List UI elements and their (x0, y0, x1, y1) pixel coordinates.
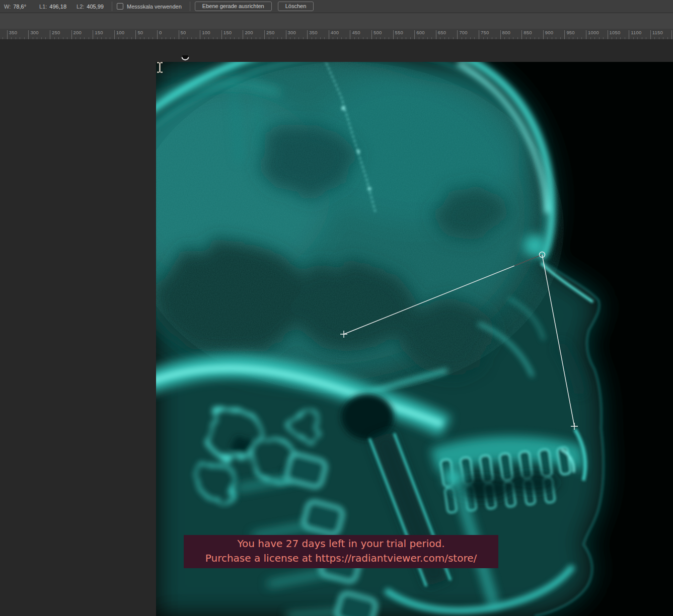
ruler-tick-major (7, 30, 8, 39)
ruler-tick-major (286, 30, 286, 39)
length2-readout: L2: 405,99 (77, 4, 104, 10)
divider (190, 2, 190, 11)
length1-readout: L1: 496,18 (39, 4, 66, 10)
use-measurement-scale-option[interactable]: Messskala verwenden (117, 3, 182, 10)
length2-label: L2: (77, 4, 84, 10)
straighten-layer-button[interactable]: Ebene gerade ausrichten (195, 2, 272, 11)
cutoff-text-fragment (180, 55, 190, 62)
ruler-tick-label: 800 (502, 30, 510, 35)
length1-value: 496,18 (49, 4, 66, 10)
ruler-tick-label: 550 (395, 30, 403, 35)
canvas-area[interactable]: You have 27 days left in your trial peri… (0, 39, 673, 616)
text-ibeam-cursor (156, 62, 164, 73)
ruler-tick-label: 1000 (588, 30, 599, 35)
xray-document[interactable]: You have 27 days left in your trial peri… (156, 62, 673, 616)
ruler-tick-major (307, 30, 308, 39)
ruler-tick-major (414, 30, 415, 39)
toolbar-spacer-band (0, 13, 673, 29)
ruler-tick-label: 50 (181, 30, 186, 35)
ruler-tick-major (71, 30, 72, 39)
angle-label: W: (4, 4, 11, 10)
ruler-tick-label: 1150 (652, 30, 663, 35)
ruler-tick-label: 950 (566, 30, 574, 35)
use-measurement-scale-label: Messskala verwenden (127, 4, 182, 10)
ruler-tick-major (371, 30, 372, 39)
ruler-tick-major (264, 30, 265, 39)
ruler-tick-label: 150 (223, 30, 232, 35)
ruler-tick-label: 700 (459, 30, 467, 35)
trial-banner-line1: You have 27 days left in your trial peri… (184, 536, 498, 551)
ruler-tick-label: 900 (545, 30, 553, 35)
ruler-tick-label: 350 (309, 30, 317, 35)
ruler[interactable]: 3503002502001501005005010015020025030035… (0, 29, 673, 40)
ruler-tick-major (586, 30, 586, 39)
photoshop-window: W: 78,6° L1: 496,18 L2: 405,99 Messskala… (0, 0, 673, 616)
ruler-tick-label: 0 (159, 30, 162, 35)
divider (112, 2, 112, 11)
ruler-tick-label: 300 (30, 30, 38, 35)
ruler-tick-major (543, 30, 544, 39)
ruler-tick-label: 100 (116, 30, 124, 35)
ruler-tick-label: 50 (137, 30, 143, 35)
ruler-tick-label: 300 (288, 30, 296, 35)
ruler-tick-label: 750 (481, 30, 489, 35)
ruler-tick-major (457, 30, 458, 39)
ruler-tick-label: 1100 (631, 30, 641, 35)
ruler-tick-major (50, 30, 50, 39)
length2-value: 405,99 (87, 4, 104, 10)
ruler-tick-major (135, 30, 136, 39)
trial-banner-line2: Purchase a license at https://radiantvie… (184, 551, 498, 566)
ruler-tick-label: 200 (73, 30, 82, 35)
ruler-tick-major (479, 30, 479, 39)
ruler-tick-major (243, 30, 243, 39)
ruler-tool-options-bar: W: 78,6° L1: 496,18 L2: 405,99 Messskala… (0, 0, 673, 13)
ruler-tick-major (114, 30, 115, 39)
checkbox-unchecked-icon[interactable] (117, 3, 123, 10)
xray-image (156, 62, 673, 616)
ruler-tick-major (221, 30, 222, 39)
ruler-tick-label: 850 (524, 30, 532, 35)
length1-label: L1: (39, 4, 47, 10)
ruler-tick-label: 600 (416, 30, 424, 35)
ruler-tick-label: 250 (52, 30, 60, 35)
ruler-tick-label: 1050 (610, 30, 621, 35)
ruler-tick-major (521, 30, 522, 39)
angle-readout: W: 78,6° (4, 4, 26, 10)
ruler-tick-label: 200 (245, 30, 253, 35)
ruler-tick-label: 450 (352, 30, 360, 35)
ruler-tick-major (608, 30, 608, 39)
ruler-tick-label: 350 (9, 30, 17, 35)
ruler-tick-major (200, 30, 200, 39)
ruler-tick-major (671, 30, 672, 39)
ruler-tick-major (629, 30, 629, 39)
ruler-tick-label: 100 (202, 30, 210, 35)
ruler-tick-major (179, 30, 179, 39)
ruler-tick-major (329, 30, 329, 39)
ruler-tick-major (393, 30, 394, 39)
angle-value: 78,6° (13, 4, 26, 10)
ruler-tick-major (500, 30, 501, 39)
ruler-tick-major (28, 30, 29, 39)
ruler-tick-label: 650 (438, 30, 446, 35)
ruler-tick-major (157, 30, 158, 39)
ruler-tick-major (650, 30, 651, 39)
ruler-tick-major (564, 30, 565, 39)
ruler-tick-label: 500 (373, 30, 382, 35)
ruler-tick-major (93, 30, 93, 39)
ruler-tick-label: 400 (331, 30, 339, 35)
ruler-tick-major (436, 30, 436, 39)
ruler-tick-label: 150 (95, 30, 103, 35)
clear-measurement-button[interactable]: Löschen (278, 2, 314, 11)
ruler-tick-label: 250 (266, 30, 274, 35)
trial-banner: You have 27 days left in your trial peri… (184, 535, 498, 568)
ruler-tick-major (350, 30, 350, 39)
